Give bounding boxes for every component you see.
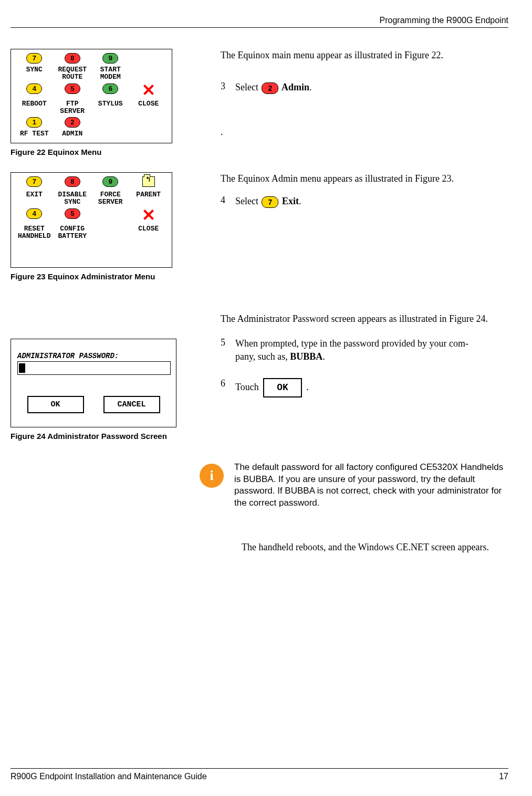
close-icon	[142, 208, 155, 221]
menu-label: CLOSE	[130, 100, 168, 116]
menu-btn-4: 4	[26, 83, 42, 94]
close-icon	[142, 83, 155, 96]
menu-btn-1: 1	[26, 117, 42, 128]
step-number: 4	[221, 195, 235, 208]
menu-btn-8: 8	[65, 176, 80, 187]
figure-23-screenshot: 7 8 9 EXIT DISABLE SYNC FORCE SERVER PAR…	[11, 172, 172, 268]
menu-label: REQUEST ROUTE	[54, 66, 92, 82]
menu-label: RESET HANDHELD	[15, 225, 54, 241]
figure-23-caption: Figure 23 Equinox Administrator Menu	[11, 272, 189, 281]
figure-24-caption: Figure 24 Administrator Password Screen	[11, 432, 189, 441]
text-cursor	[19, 363, 25, 373]
info-note: The default password for all factory con…	[234, 462, 508, 510]
header-rule	[11, 27, 508, 28]
menu-btn-9: 9	[102, 176, 118, 187]
menu-label: EXIT	[15, 191, 54, 207]
paragraph: The Equinox main menu appear as illustra…	[221, 49, 508, 62]
exit-button-icon: 7	[262, 196, 278, 208]
page-number: 17	[499, 772, 508, 781]
figure-24-screenshot: ADMINISTRATOR PASSWORD: OK CANCEL	[11, 339, 176, 427]
menu-label: CONFIG BATTERY	[54, 225, 92, 241]
step-text: Select 2 Admin.	[235, 81, 508, 94]
menu-btn-2: 2	[65, 117, 80, 128]
menu-btn-6: 6	[102, 83, 118, 94]
menu-label: ADMIN	[54, 130, 92, 138]
menu-label: START MODEM	[91, 66, 130, 82]
step-text: Touch OK .	[235, 378, 508, 397]
footer-rule	[11, 768, 508, 769]
ok-button-icon: OK	[263, 378, 302, 397]
menu-label: REBOOT	[15, 100, 54, 116]
step-number: 6	[221, 378, 235, 397]
menu-label: DISABLE SYNC	[54, 191, 92, 207]
menu-btn-5: 5	[65, 83, 80, 94]
step-text: When prompted, type in the password prov…	[235, 337, 508, 363]
figure-22-caption: Figure 22 Equinox Menu	[11, 148, 189, 156]
parent-folder-icon	[142, 176, 155, 187]
figure-22-screenshot: 7 8 9 SYNC REQUEST ROUTE START MODEM 4 5…	[11, 49, 172, 143]
dot: .	[221, 125, 508, 139]
menu-label: FORCE SERVER	[91, 191, 130, 207]
ok-button: OK	[27, 396, 84, 413]
section-header: Programming the R900G Endpoint	[11, 16, 508, 25]
menu-label: STYLUS	[91, 100, 130, 116]
menu-btn-8: 8	[65, 53, 80, 64]
password-prompt-label: ADMINISTRATOR PASSWORD:	[17, 352, 170, 360]
menu-btn-7: 7	[26, 176, 42, 187]
paragraph: The handheld reboots, and the Windows CE…	[11, 541, 508, 554]
menu-label: SYNC	[15, 66, 54, 82]
menu-btn-5: 5	[65, 208, 80, 219]
step-number: 3	[221, 81, 235, 94]
cancel-button: CANCEL	[103, 396, 160, 413]
step-text: Select 7 Exit.	[235, 195, 508, 208]
footer-title: R900G Endpoint Installation and Maintena…	[11, 772, 207, 781]
password-input	[17, 361, 171, 375]
menu-btn-7: 7	[26, 53, 42, 64]
menu-label: PARENT	[130, 191, 168, 207]
menu-label: CLOSE	[130, 225, 168, 241]
menu-btn-4: 4	[26, 208, 42, 219]
menu-label: FTP SERVER	[54, 100, 92, 116]
paragraph: The Administrator Password screen appear…	[221, 312, 508, 326]
menu-label: RF TEST	[15, 130, 54, 138]
paragraph: The Equinox Admin menu appears as illust…	[221, 172, 508, 185]
info-icon: i	[200, 464, 224, 488]
step-number: 5	[221, 337, 235, 363]
menu-btn-9: 9	[102, 53, 118, 64]
admin-button-icon: 2	[262, 82, 278, 94]
